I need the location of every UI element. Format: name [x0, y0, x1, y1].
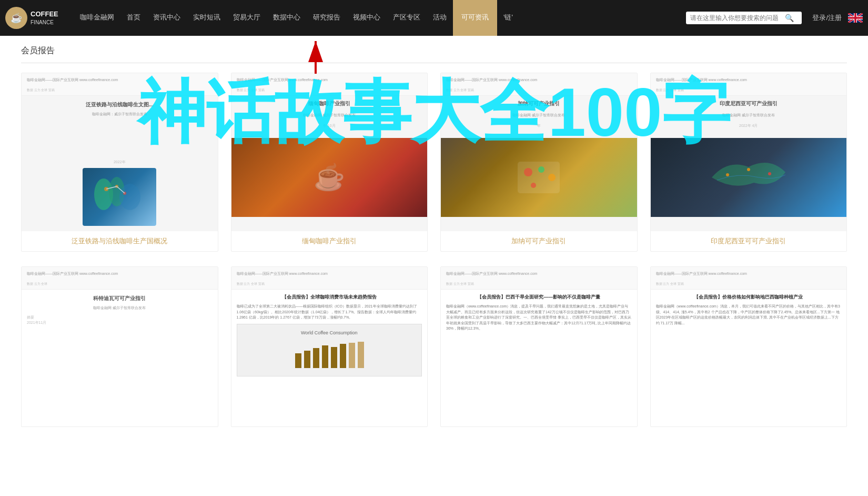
- nav-items: 咖啡金融网 首页 资讯中心 实时短讯 贸易大厅 数据中心 研究报告 视频中心 产…: [74, 0, 682, 36]
- map-blue-1: [83, 168, 156, 226]
- svg-rect-20: [304, 351, 310, 368]
- nav-item-video[interactable]: 视频中心: [347, 0, 387, 36]
- search-box: 🔍: [686, 12, 802, 24]
- preview-body-1: 泛亚铁路与沿线咖啡生文图... 咖啡金融网：威尔子智库联合发布 2022年: [22, 96, 218, 231]
- nav-item-trade[interactable]: 贸易大厅: [227, 0, 267, 36]
- preview-body-8: 【会员报告】价格价格如何影响地巴西咖啡种植产业 咖啡金融网（www.coffee…: [651, 290, 847, 426]
- search-input[interactable]: [690, 14, 785, 22]
- logo-text: COFFEE FINANCE: [31, 10, 58, 26]
- preview-body-5: 科特迪瓦可可产业指引 咖啡金融网·威尔子智库联合发布 摘要 2021年11月: [22, 290, 218, 405]
- svg-point-5: [119, 184, 140, 210]
- nav-item-news[interactable]: 资讯中心: [147, 0, 187, 36]
- nav-item-region[interactable]: 产区专区: [387, 0, 427, 36]
- svg-point-12: [524, 168, 532, 176]
- login-button[interactable]: 登录/注册: [806, 13, 848, 23]
- svg-rect-25: [349, 343, 355, 368]
- nav-item-cacao[interactable]: 可可资讯: [453, 0, 497, 36]
- preview-body-4: 印度尼西亚可可产业指引 咖啡金融网·威尔子智库联合发布 2022年 4月: [651, 96, 847, 231]
- card-preview-3: 咖啡金融网——国际产业互联网 www.coffeefinance.com 数据 …: [441, 73, 637, 231]
- report-card-2[interactable]: 咖啡金融网——国际产业互联网 www.coffeefinance.com 数据 …: [231, 73, 428, 252]
- svg-point-18: [768, 172, 771, 175]
- preview-header-8: 咖啡金融网——国际产业互联网 www.coffeefinance.com 数据 …: [651, 267, 847, 290]
- nav-item-data[interactable]: 数据中心: [267, 0, 307, 36]
- logo-icon: ☕: [5, 7, 27, 29]
- report-card-1[interactable]: 咖啡金融网——国际产业互联网 www.coffeefinance.com 数据 …: [21, 73, 218, 252]
- card-title-2: 缅甸咖啡产业指引: [231, 231, 428, 251]
- preview-body-3: 加纳可可产业指引 咖啡金融网·威尔子智库联合发布 年: [441, 96, 637, 231]
- cocoa-image: [441, 138, 637, 217]
- language-flag-uk[interactable]: [848, 13, 863, 23]
- preview-header-7: 咖啡金融网——国际产业互联网 www.coffeefinance.com 数据 …: [441, 267, 637, 290]
- navbar: ☕ COFFEE FINANCE 咖啡金融网 首页 资讯中心 实时短讯 贸易大厅…: [0, 0, 868, 36]
- card-title-3: 加纳可可产业指引: [441, 231, 637, 251]
- card-preview-1: 咖啡金融网——国际产业互联网 www.coffeefinance.com 数据 …: [22, 73, 218, 231]
- svg-rect-23: [331, 347, 337, 368]
- main-content: 会员报告 神话故事大全100字 咖啡金融网——国际产业互联网 www.coffe…: [0, 36, 868, 437]
- card-preview-4: 咖啡金融网——国际产业互联网 www.coffeefinance.com 数据 …: [651, 73, 847, 231]
- report-card-3[interactable]: 咖啡金融网——国际产业互联网 www.coffeefinance.com 数据 …: [440, 73, 638, 252]
- svg-point-13: [538, 166, 544, 173]
- svg-point-14: [548, 174, 556, 181]
- card-title-4: 印度尼西亚可可产业指引: [651, 231, 847, 251]
- preview-header-3: 咖啡金融网——国际产业互联网 www.coffeefinance.com 数据 …: [441, 73, 637, 96]
- cards-row-2: 咖啡金融网——国际产业互联网 www.coffeefinance.com 数据 …: [21, 266, 847, 427]
- svg-rect-21: [313, 348, 319, 368]
- preview-header-1: 咖啡金融网——国际产业互联网 www.coffeefinance.com 数据 …: [22, 73, 218, 96]
- svg-point-16: [726, 173, 729, 176]
- search-icon[interactable]: 🔍: [785, 14, 794, 22]
- preview-header-4: 咖啡金融网——国际产业互联网 www.coffeefinance.com 数据 …: [651, 73, 847, 96]
- map-dark-4: [651, 138, 847, 217]
- svg-rect-22: [322, 345, 328, 368]
- card-preview-2: 咖啡金融网——国际产业互联网 www.coffeefinance.com 数据 …: [231, 73, 428, 231]
- preview-body-2: 缅甸咖啡产业指引 咖啡金融网·威尔子智库联合发布 年 10月: [231, 96, 428, 231]
- report-card-4[interactable]: 咖啡金融网——国际产业互联网 www.coffeefinance.com 数据 …: [650, 73, 847, 252]
- svg-rect-24: [340, 344, 346, 368]
- coffee-image: [231, 138, 428, 217]
- nav-item-site-name[interactable]: 咖啡金融网: [74, 0, 120, 36]
- nav-item-home[interactable]: 首页: [120, 0, 147, 36]
- preview-header-2: 咖啡金融网——国际产业互联网 www.coffeefinance.com 数据 …: [231, 73, 428, 96]
- svg-point-17: [747, 168, 750, 171]
- svg-rect-19: [295, 353, 301, 368]
- site-logo[interactable]: ☕ COFFEE FINANCE: [5, 7, 74, 29]
- svg-rect-26: [358, 342, 364, 368]
- report-card-7[interactable]: 咖啡金融网——国际产业互联网 www.coffeefinance.com 数据 …: [440, 266, 638, 427]
- report-card-5[interactable]: 咖啡金融网——国际产业互联网 www.coffeefinance.com 数据 …: [21, 266, 218, 427]
- report-card-8[interactable]: 咖啡金融网——国际产业互联网 www.coffeefinance.com 数据 …: [650, 266, 847, 427]
- nav-item-research[interactable]: 研究报告: [307, 0, 347, 36]
- nav-item-chain[interactable]: '链': [497, 0, 519, 36]
- card-title-1: 泛亚铁路与沿线咖啡生产国概况: [22, 231, 218, 251]
- preview-header-5: 咖啡金融网——国际产业互联网 www.coffeefinance.com 数据 …: [22, 267, 218, 290]
- preview-header-6: 咖啡金融网——国际产业互联网 www.coffeefinance.com 数据 …: [231, 267, 428, 290]
- report-card-6[interactable]: 咖啡金融网——国际产业互联网 www.coffeefinance.com 数据 …: [231, 266, 428, 427]
- nav-item-realtime[interactable]: 实时短讯: [187, 0, 227, 36]
- section-title: 会员报告: [21, 45, 847, 63]
- preview-body-6: 【会员报告】全球咖啡消费市场未来趋势报告 咖啡已成为了全球第二大被消耗饮品——根…: [231, 290, 428, 426]
- cards-row-1: 咖啡金融网——国际产业互联网 www.coffeefinance.com 数据 …: [21, 73, 847, 252]
- preview-body-7: 【会员报告】巴西干旱全面研究——影响的不仅是咖啡产量 咖啡金融网（www.cof…: [441, 290, 637, 426]
- svg-point-15: [531, 183, 536, 188]
- chart-placeholder-6: World Coffee Consumption: [237, 324, 422, 376]
- nav-item-events[interactable]: 活动: [427, 0, 453, 36]
